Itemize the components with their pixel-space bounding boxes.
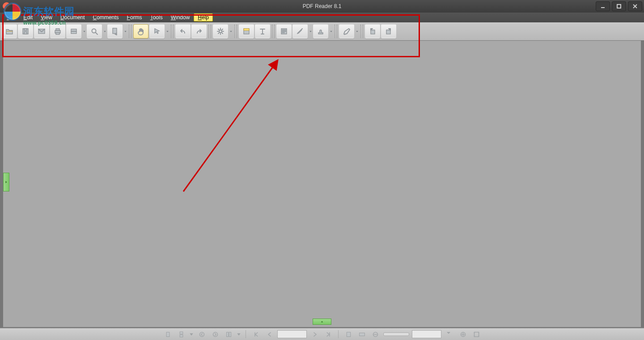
- print-icon[interactable]: [50, 24, 65, 38]
- next-page-icon[interactable]: [309, 330, 320, 339]
- menu-help[interactable]: Help: [194, 13, 213, 21]
- menu-file[interactable]: File: [3, 13, 19, 21]
- dropdown-arrow-icon[interactable]: [237, 330, 241, 339]
- zoom-slider[interactable]: [383, 332, 409, 336]
- close-button[interactable]: [628, 1, 642, 11]
- email-icon[interactable]: [34, 24, 49, 38]
- document-send-icon[interactable]: [107, 24, 123, 38]
- zoom-in-icon[interactable]: [458, 330, 468, 339]
- note-icon[interactable]: [276, 24, 292, 38]
- document-workspace: [3, 40, 641, 327]
- menu-view[interactable]: View: [37, 13, 56, 21]
- maximize-button[interactable]: [612, 1, 626, 11]
- nav-prev-view-icon[interactable]: [196, 330, 207, 339]
- minimize-button[interactable]: [596, 1, 610, 11]
- menu-document[interactable]: Document: [56, 13, 89, 21]
- menu-window[interactable]: Window: [167, 13, 194, 21]
- dropdown-arrow-icon[interactable]: [229, 30, 233, 33]
- toolbar-separator: [360, 25, 363, 38]
- zoom-dropdown-icon[interactable]: [444, 330, 455, 339]
- dropdown-arrow-icon[interactable]: [82, 30, 86, 33]
- menu-edit[interactable]: Edit: [19, 13, 37, 21]
- menubar: FileEditViewDocumentCommentsFormsToolsWi…: [0, 13, 644, 22]
- highlight-icon[interactable]: [239, 24, 254, 38]
- dropdown-arrow-icon[interactable]: [355, 30, 359, 33]
- single-page-icon[interactable]: [162, 330, 173, 339]
- prev-page-icon[interactable]: [264, 330, 275, 339]
- select-tool-icon[interactable]: [149, 24, 165, 38]
- status-bar: [0, 328, 644, 340]
- page-number-field[interactable]: [277, 330, 307, 338]
- window-title: PDF Reader 8.1: [303, 3, 342, 9]
- page-layout-icon[interactable]: [223, 330, 234, 339]
- rotate-right-icon[interactable]: [381, 24, 396, 38]
- toolbar-separator: [335, 25, 337, 38]
- first-page-icon[interactable]: [250, 330, 261, 339]
- text-tool-icon[interactable]: [255, 24, 270, 38]
- app-icon: [3, 2, 11, 10]
- toolbar-separator: [171, 25, 174, 38]
- zoom-value-field[interactable]: [412, 330, 441, 338]
- fit-page-icon[interactable]: [343, 330, 354, 339]
- continuous-page-icon[interactable]: [176, 330, 186, 339]
- toolbar-separator: [129, 25, 131, 38]
- dropdown-arrow-icon[interactable]: [309, 30, 312, 33]
- toolbar-separator: [208, 25, 211, 38]
- draw-line-icon[interactable]: [339, 24, 354, 38]
- undo-icon[interactable]: [175, 24, 191, 38]
- save-icon[interactable]: [18, 24, 33, 38]
- stamp-icon[interactable]: [313, 24, 328, 38]
- fullscreen-icon[interactable]: [471, 330, 482, 339]
- fit-width-icon[interactable]: [356, 330, 367, 339]
- menu-forms[interactable]: Forms: [123, 13, 146, 21]
- bottom-panel-toggle[interactable]: [313, 319, 331, 325]
- rotate-left-icon[interactable]: [365, 24, 380, 38]
- status-separator: [338, 330, 339, 338]
- dropdown-arrow-icon[interactable]: [189, 330, 194, 339]
- dropdown-arrow-icon[interactable]: [329, 30, 333, 33]
- toolbar-separator: [272, 25, 275, 38]
- svg-rect-1: [617, 4, 621, 8]
- dropdown-arrow-icon[interactable]: [123, 30, 127, 33]
- zoom-tool-icon[interactable]: [87, 24, 102, 38]
- toolbar-separator: [234, 25, 237, 38]
- zoom-out-icon[interactable]: [370, 330, 381, 339]
- main-toolbar: [0, 22, 644, 40]
- status-separator: [246, 330, 246, 338]
- open-file-icon[interactable]: [2, 24, 17, 38]
- left-panel-toggle[interactable]: [3, 173, 9, 191]
- menu-tools[interactable]: Tools: [146, 13, 167, 21]
- measure-icon[interactable]: [292, 24, 308, 38]
- redo-icon[interactable]: [191, 24, 207, 38]
- dropdown-arrow-icon[interactable]: [103, 30, 106, 33]
- nav-next-view-icon[interactable]: [210, 330, 220, 339]
- titlebar: PDF Reader 8.1: [0, 0, 644, 13]
- hand-tool-icon[interactable]: [133, 24, 148, 38]
- settings-icon[interactable]: [213, 24, 228, 38]
- menu-comments[interactable]: Comments: [89, 13, 123, 21]
- last-page-icon[interactable]: [323, 330, 334, 339]
- dropdown-arrow-icon[interactable]: [165, 30, 169, 33]
- scan-icon[interactable]: [66, 24, 81, 38]
